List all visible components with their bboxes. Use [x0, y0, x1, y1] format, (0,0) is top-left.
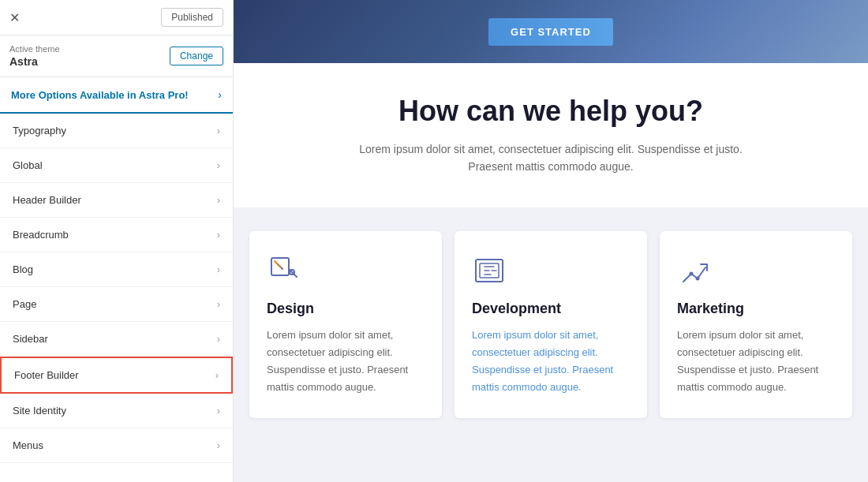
main-content: GET STARTED How can we help you? Lorem i…: [234, 0, 868, 482]
sidebar-item-footer-builder[interactable]: Footer Builder›: [0, 357, 233, 394]
chevron-right-icon: ›: [217, 263, 220, 275]
card-text-design: Lorem ipsum dolor sit amet, consectetuer…: [267, 327, 425, 396]
svg-point-5: [696, 276, 700, 280]
sidebar-item-label-footer-builder: Footer Builder: [14, 369, 79, 381]
hero-banner: GET STARTED: [234, 0, 868, 63]
active-theme-label: Active theme: [9, 43, 60, 54]
card-title-marketing: Marketing: [677, 301, 835, 317]
sidebar-item-label-breadcrumb: Breadcrumb: [13, 229, 69, 241]
change-theme-button[interactable]: Change: [170, 47, 223, 65]
sidebar-item-blog[interactable]: Blog›: [0, 252, 233, 287]
get-started-button[interactable]: GET STARTED: [488, 18, 613, 46]
card-marketing: MarketingLorem ipsum dolor sit amet, con…: [660, 231, 852, 418]
promo-chevron-icon: ›: [218, 88, 222, 101]
sidebar-item-label-page: Page: [13, 298, 36, 310]
promo-text: More Options Available in Astra Pro!: [11, 89, 189, 101]
sidebar-item-label-sidebar: Sidebar: [13, 333, 48, 345]
design-icon: [267, 253, 425, 288]
card-title-development: Development: [472, 301, 630, 317]
sidebar-item-label-header-builder: Header Builder: [13, 194, 81, 206]
card-text-development: Lorem ipsum dolor sit amet, consectetuer…: [472, 327, 630, 396]
sidebar-item-label-blog: Blog: [13, 263, 33, 275]
sidebar-item-page[interactable]: Page›: [0, 287, 233, 322]
sidebar-item-site-identity[interactable]: Site Identity›: [0, 394, 233, 428]
sidebar-item-typography[interactable]: Typography›: [0, 114, 233, 148]
active-theme-info: Active theme Astra: [9, 43, 60, 69]
sidebar-item-label-menus: Menus: [13, 439, 43, 451]
chevron-right-icon: ›: [217, 194, 220, 206]
card-design: DesignLorem ipsum dolor sit amet, consec…: [249, 231, 442, 418]
sidebar-item-label-typography: Typography: [13, 125, 66, 136]
sidebar-nav: Typography›Global›Header Builder›Breadcr…: [0, 114, 233, 482]
sidebar-item-sidebar[interactable]: Sidebar›: [0, 322, 233, 357]
chevron-right-icon: ›: [217, 439, 220, 451]
card-title-design: Design: [267, 301, 425, 317]
chevron-right-icon: ›: [217, 405, 220, 417]
chevron-right-icon: ›: [217, 298, 220, 310]
close-icon[interactable]: ✕: [9, 10, 20, 25]
chevron-right-icon: ›: [215, 369, 219, 381]
cards-section: DesignLorem ipsum dolor sit amet, consec…: [234, 207, 868, 434]
sidebar-top-bar: ✕ Published: [0, 0, 233, 35]
chevron-right-icon: ›: [217, 125, 220, 136]
chevron-right-icon: ›: [217, 333, 220, 345]
development-icon: [472, 253, 630, 288]
help-title: How can we help you?: [281, 95, 821, 128]
card-text-marketing: Lorem ipsum dolor sit amet, consectetuer…: [677, 327, 835, 396]
promo-item[interactable]: More Options Available in Astra Pro! ›: [0, 77, 233, 114]
active-theme-bar: Active theme Astra Change: [0, 35, 233, 77]
sidebar-item-breadcrumb[interactable]: Breadcrumb›: [0, 218, 233, 252]
sidebar-item-menus[interactable]: Menus›: [0, 428, 233, 463]
chevron-right-icon: ›: [217, 229, 220, 241]
chevron-right-icon: ›: [217, 159, 220, 171]
help-section: How can we help you? Lorem ipsum dolor s…: [234, 63, 868, 207]
sidebar: ✕ Published Active theme Astra Change Mo…: [0, 0, 234, 482]
sidebar-item-global[interactable]: Global›: [0, 148, 233, 183]
svg-point-4: [690, 271, 694, 275]
card-development: DevelopmentLorem ipsum dolor sit amet, c…: [455, 231, 647, 418]
sidebar-item-label-site-identity: Site Identity: [13, 405, 66, 417]
sidebar-item-label-global: Global: [13, 159, 43, 171]
active-theme-name: Astra: [9, 55, 38, 68]
sidebar-item-header-builder[interactable]: Header Builder›: [0, 183, 233, 218]
marketing-icon: [677, 253, 835, 288]
published-button[interactable]: Published: [161, 8, 223, 27]
help-subtitle: Lorem ipsum dolor sit amet, consectetuer…: [346, 140, 756, 176]
